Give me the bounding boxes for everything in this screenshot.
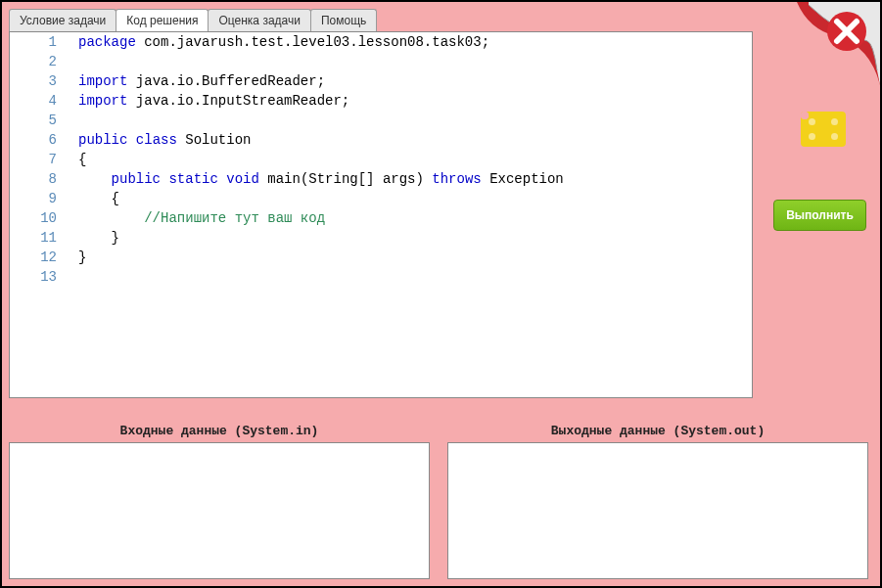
io-panels: Входные данные (System.in) Выходные данн… (9, 424, 868, 579)
run-button[interactable]: Выполнить (773, 200, 866, 231)
input-label: Входные данные (System.in) (9, 424, 430, 438)
tab-task-condition[interactable]: Условие задачи (9, 9, 116, 31)
line-number-gutter: 12345678910111213 (10, 32, 69, 287)
tab-task-grade[interactable]: Оценка задачи (208, 9, 310, 31)
tab-solution-code[interactable]: Код решения (116, 9, 209, 31)
tab-help[interactable]: Помощь (310, 9, 377, 31)
tabs-bar: Условие задачи Код решения Оценка задачи… (2, 2, 880, 31)
input-panel: Входные данные (System.in) (9, 424, 430, 579)
close-icon[interactable] (823, 8, 870, 55)
right-panel: Выполнить (758, 2, 880, 586)
level-icon (801, 112, 846, 147)
code-editor[interactable]: 12345678910111213 package com.javarush.t… (9, 31, 753, 398)
code-lines[interactable]: package com.javarush.test.level03.lesson… (69, 32, 752, 287)
input-box[interactable] (9, 442, 430, 579)
